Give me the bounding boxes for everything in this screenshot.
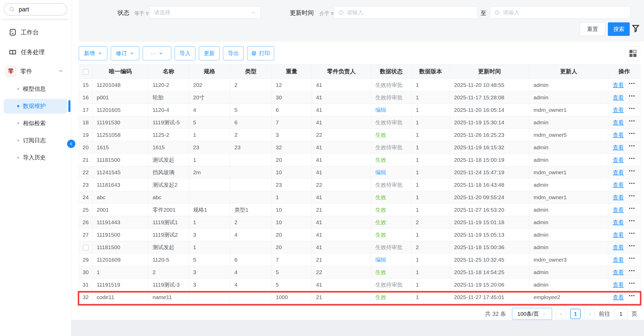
view-link[interactable]: 查看 <box>613 169 624 176</box>
view-link[interactable]: 查看 <box>613 244 624 251</box>
filter-funnel-icon[interactable] <box>632 24 640 33</box>
view-link[interactable]: 查看 <box>613 231 624 238</box>
sidebar-item-subscription-log[interactable]: 订阅日志 <box>4 133 67 148</box>
table-row[interactable]: 26111914431119测试1121041生效22025-11-19 15:… <box>79 216 640 229</box>
view-link[interactable]: 查看 <box>613 94 624 101</box>
more-actions-icon[interactable]: ••• <box>629 231 635 235</box>
more-actions-icon[interactable]: ••• <box>629 94 635 98</box>
view-link[interactable]: 查看 <box>613 269 624 276</box>
more-actions-icon[interactable]: ••• <box>629 281 635 285</box>
status-select[interactable]: 请选择 <box>149 6 261 19</box>
view-link[interactable]: 查看 <box>613 256 624 263</box>
view-link[interactable]: 查看 <box>613 294 624 301</box>
more-actions-icon[interactable]: ••• <box>629 106 635 111</box>
table-row[interactable]: 18111915301119测试-556741生效待审批12025-11-19 … <box>79 116 640 129</box>
sidebar-item-parts[interactable]: 零 零件 <box>0 63 71 79</box>
funnel-icon <box>330 12 334 16</box>
update-time-to-input[interactable] <box>503 9 626 16</box>
table-row[interactable]: 17112016051120-445641编辑12025-11-20 16:05… <box>79 104 640 116</box>
column-settings-button[interactable] <box>626 46 640 60</box>
goto-page-input[interactable] <box>614 308 628 319</box>
table-row[interactable]: 201615161523233241生效待审批12025-11-19 16:15… <box>79 141 640 154</box>
current-page-button[interactable]: 1 <box>570 309 581 319</box>
col-actions: 操作 <box>608 64 640 79</box>
sidebar-item-model-info[interactable]: 模型信息 <box>4 82 67 96</box>
update-button[interactable]: 更新 <box>199 46 220 60</box>
more-actions-icon[interactable]: ••• <box>629 156 635 160</box>
more-actions-icon[interactable]: ••• <box>629 268 635 273</box>
cell-name: 零件2001 <box>148 204 189 216</box>
cell-updater: admin <box>529 179 608 191</box>
sidebar-item-tasks[interactable]: 任务处理 <box>0 44 71 60</box>
view-link[interactable]: 查看 <box>613 156 624 164</box>
table-row[interactable]: 31111915191119测试-334541生效待审批12025-11-19 … <box>79 279 640 291</box>
view-link[interactable]: 查看 <box>613 219 624 226</box>
more-actions-icon[interactable]: ••• <box>629 218 635 223</box>
sidebar-item-workbench[interactable]: 工作台 <box>0 24 71 40</box>
view-link[interactable]: 查看 <box>613 194 624 201</box>
table-row[interactable]: 29112016091120-556721编辑12025-11-25 10:32… <box>79 254 640 266</box>
more-actions-icon[interactable]: ••• <box>629 131 635 135</box>
view-link[interactable]: 查看 <box>613 119 624 126</box>
search-button[interactable]: 搜索 <box>608 22 630 36</box>
table-row[interactable]: 301234522生效12025-11-18 14:54:25admin查看••… <box>79 266 640 279</box>
printer-icon <box>251 51 257 56</box>
table-row[interactable]: 24abcabc141生效12025-11-20 09:55:24mdm_own… <box>79 191 640 204</box>
select-all-checkbox[interactable] <box>83 69 89 75</box>
cell-type <box>230 291 272 303</box>
more-actions-icon[interactable]: ••• <box>629 81 635 86</box>
row-checkbox[interactable] <box>83 245 89 250</box>
table-row[interactable]: 2211241545挡风玻璃2m1041编辑12025-11-24 15:47:… <box>79 166 640 179</box>
import-button[interactable]: 导入 <box>175 46 195 60</box>
cell-weight: 5 <box>272 279 312 291</box>
revise-button[interactable]: 修订 <box>111 46 139 60</box>
more-menu-button[interactable]: ··· <box>143 46 171 60</box>
update-time-from-input[interactable] <box>347 9 473 16</box>
more-actions-icon[interactable]: ••• <box>629 243 635 248</box>
col-weight: 重量 <box>272 64 312 79</box>
print-button[interactable]: 打印 <box>247 46 274 60</box>
cell-unique-code: 1 <box>93 266 148 279</box>
table-row[interactable]: 15112010481120-220221241生效待审批12025-11-20… <box>79 79 640 91</box>
table-row[interactable]: 32code11name11100021生效12025-11-27 17:45:… <box>79 291 640 303</box>
more-actions-icon[interactable]: ••• <box>629 144 635 148</box>
cell-row-index: 21 <box>79 154 93 166</box>
page-size-select[interactable]: 100条/页 <box>512 308 552 320</box>
more-actions-icon[interactable]: ••• <box>629 169 635 173</box>
table-row[interactable]: 2311181643测试发起22322生效待审批12025-11-18 16:4… <box>79 179 640 191</box>
view-link[interactable]: 查看 <box>613 181 624 189</box>
table-row[interactable]: 252001零件2001规格1类型11021生效12025-11-27 16:5… <box>79 204 640 216</box>
view-link[interactable]: 查看 <box>613 281 624 288</box>
next-page-button[interactable] <box>584 309 595 319</box>
export-button[interactable]: 导出 <box>223 46 244 60</box>
table-row[interactable]: 11181500测试发起12041生效待审批22025-11-18 15:00:… <box>79 241 640 254</box>
table-row[interactable]: 16p001轮胎20寸3041生效待审批12025-11-17 15:28:08… <box>79 91 640 104</box>
view-link[interactable]: 查看 <box>613 144 624 151</box>
more-actions-icon[interactable]: ••• <box>629 293 635 298</box>
cell-data-status: 生效 <box>371 229 412 241</box>
sidebar-item-import-history[interactable]: 导入历史 <box>4 150 67 165</box>
cell-name: 1119测试-3 <box>148 279 189 291</box>
sidebar-item-data-maintenance[interactable]: 数据维护 <box>4 99 67 113</box>
view-link[interactable]: 查看 <box>613 206 624 214</box>
more-actions-icon[interactable]: ••• <box>629 119 635 123</box>
update-time-filter-label: 更新时间 <box>290 9 314 17</box>
sidebar-search[interactable]: part <box>4 3 67 16</box>
add-button[interactable]: 新增 <box>79 46 107 60</box>
more-actions-icon[interactable]: ••• <box>629 181 635 185</box>
table-row[interactable]: 2111181500测试发起12041生效12025-11-18 15:00:1… <box>79 154 640 166</box>
prev-page-button[interactable] <box>556 309 566 319</box>
cell-row-index: 15 <box>79 79 93 91</box>
sidebar-header: part <box>0 0 71 19</box>
more-actions-icon[interactable]: ••• <box>629 256 635 260</box>
more-actions-icon[interactable]: ••• <box>629 206 635 210</box>
table-row[interactable]: 27111915001119测试2342041生效12025-11-19 15:… <box>79 229 640 241</box>
sidebar-item-similarity-search[interactable]: 相似检索 <box>4 116 67 131</box>
more-actions-icon[interactable]: ••• <box>629 193 635 198</box>
view-link[interactable]: 查看 <box>613 106 624 114</box>
view-link[interactable]: 查看 <box>613 81 624 89</box>
reset-button[interactable]: 重置 <box>580 22 605 36</box>
table-row[interactable]: 19112510581125-212322生效12025-11-26 16:25… <box>79 129 640 141</box>
sidebar-collapse-button[interactable] <box>67 140 75 148</box>
view-link[interactable]: 查看 <box>613 131 624 139</box>
